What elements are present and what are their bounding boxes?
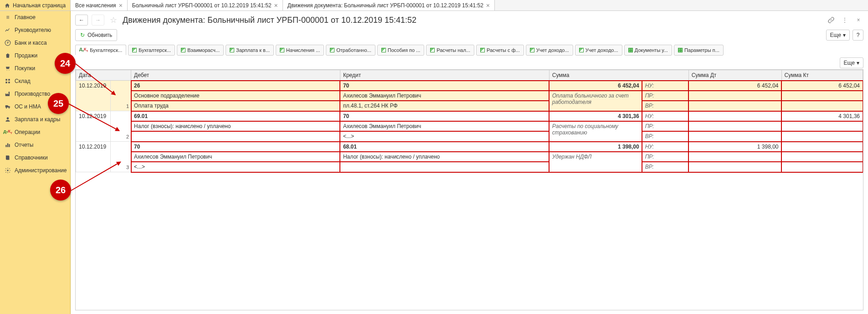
cell-credit-sub1: Ахилесов Эммануил Петрович [340, 91, 549, 101]
sidebar-item-label: Производство [15, 91, 50, 97]
cell-pr-label: ПР: [642, 121, 688, 131]
svg-rect-2 [5, 79, 7, 81]
sidebar-item-salary[interactable]: Зарплата и кадры [0, 113, 70, 126]
svg-rect-10 [7, 144, 8, 147]
sidebar-item-references[interactable]: Справочники [0, 151, 70, 164]
subtab-label: Расчеты с ф... [487, 47, 520, 53]
subtab-income2[interactable]: Учет доходо... [575, 45, 622, 56]
sidebar-item-label: ОС и НМА [15, 103, 41, 110]
svg-rect-11 [9, 144, 10, 147]
back-button[interactable]: ← [75, 15, 88, 26]
subtab-worked[interactable]: Отработанно... [326, 45, 375, 56]
refresh-button[interactable]: ↻ Обновить [75, 29, 117, 41]
favorite-button[interactable]: ☆ [108, 15, 119, 26]
subtab-label: Взаиморасч... [187, 47, 220, 53]
tab-sicklist[interactable]: Больничный лист УРБП-000001 от 10.12.201… [128, 0, 283, 10]
table-row[interactable]: Ахилесов Эммануил Петрович Налог (взносы… [76, 152, 863, 162]
tab-movements[interactable]: Движения документа: Больничный лист УРБП… [283, 0, 495, 10]
top-tabs: Начальная страница Все начисления × Боль… [0, 0, 868, 11]
sidebar-item-manager[interactable]: Руководителю [0, 24, 70, 36]
help-label: ? [857, 32, 860, 38]
forward-button[interactable]: → [92, 15, 104, 26]
subtab-params[interactable]: Параметры п... [674, 45, 724, 56]
th-debit[interactable]: Дебет [131, 70, 340, 81]
cell-sum-desc: Удержан НДФЛ [549, 152, 642, 172]
annotation-marker-25: 25 [48, 93, 69, 114]
table-row[interactable]: <...> ВР: [76, 131, 863, 142]
register-icon [132, 48, 137, 52]
sidebar-item-label: Операции [15, 129, 40, 135]
subtab-benefits[interactable]: Пособия по ... [377, 45, 425, 56]
subtab-docs[interactable]: Документы у... [624, 45, 672, 56]
table-row[interactable]: Основное подразделение Ахилесов Эммануил… [76, 91, 863, 101]
close-icon[interactable]: × [486, 2, 490, 9]
subtab-fund-calc[interactable]: Расчеты с ф... [476, 45, 524, 56]
subtab-settlements[interactable]: Взаиморасч... [177, 45, 224, 56]
svg-rect-9 [5, 145, 6, 147]
svg-point-8 [7, 117, 9, 119]
cart-icon [5, 65, 11, 72]
chevron-down-icon: ▾ [843, 32, 846, 38]
factory-icon [5, 91, 11, 97]
cell-debit-sub1: Основное подразделение [131, 91, 340, 101]
cell-credit-sub2: <...> [340, 131, 549, 142]
register-icon [430, 48, 435, 52]
home-tab[interactable]: Начальная страница [0, 0, 71, 10]
table-row[interactable]: 10.12.2019 2 69.01 70 4 301,36 НУ: 4 301… [76, 111, 863, 122]
sidebar-item-label: Банк и касса [15, 40, 47, 46]
cell-debit-sub2: <...> [131, 162, 340, 172]
cell-sumdt: 6 452,04 [688, 81, 781, 91]
cell-credit-acc: 70 [340, 111, 549, 122]
toolbar: ↻ Обновить Еще ▾ ? [75, 29, 863, 41]
table-row[interactable]: Оплата труда пл.48.1, ст.264 НК РФ ВР: [76, 101, 863, 111]
table-row[interactable]: 10.12.2019 3 70 68.01 1 398,00 НУ: 1 398… [76, 142, 863, 152]
th-credit[interactable]: Кредит [340, 70, 549, 81]
tab-all[interactable]: Все начисления × [71, 0, 128, 10]
link-icon[interactable] [826, 15, 836, 25]
table-row[interactable]: 10.12.2019 1 26 70 6 452,04 НУ: 6 452,04… [76, 81, 863, 91]
close-icon[interactable]: × [853, 15, 863, 25]
sidebar-item-warehouse[interactable]: Склад [0, 75, 70, 88]
cell-pr-label: ПР: [642, 152, 688, 162]
truck-icon [5, 103, 11, 110]
subtab-salary-pay[interactable]: Зарплата к в... [226, 45, 274, 56]
annotation-marker-24: 24 [55, 53, 76, 74]
dtkt-icon: ДтКт [79, 48, 88, 52]
subtabs: ДтКт Бухгалтерск... Бухгалтерск... Взаим… [75, 45, 863, 56]
close-icon[interactable]: × [274, 2, 278, 9]
content: ← → ☆ Движения документа: Больничный лис… [71, 11, 868, 314]
sidebar-item-main[interactable]: ≡ Главное [0, 11, 70, 24]
subtab-income1[interactable]: Учет доходо... [526, 45, 573, 56]
gear-icon [5, 167, 11, 174]
menu-icon: ≡ [5, 14, 11, 21]
th-sumkt[interactable]: Сумма Кт [781, 70, 863, 81]
subtab-tax-calc[interactable]: Расчеты нал... [426, 45, 474, 56]
table-row[interactable]: Налог (взносы): начислено / уплачено Ахи… [76, 121, 863, 131]
subtab-accruals[interactable]: Начисления ... [276, 45, 324, 56]
cell-sum-desc: Расчеты по социальному страхованию [549, 121, 642, 142]
sidebar-item-reports[interactable]: Отчеты [0, 139, 70, 151]
sidebar-item-operations[interactable]: ДтКт Операции [0, 126, 70, 139]
person-icon [5, 116, 11, 123]
th-date[interactable]: Дата [76, 70, 131, 81]
cell-sumkt2 [781, 91, 863, 101]
table-row[interactable]: <...> ВР: [76, 162, 863, 172]
more-button-2[interactable]: Еще ▾ [840, 57, 863, 68]
close-icon[interactable]: × [119, 2, 123, 9]
svg-point-6 [6, 108, 7, 108]
subtab-accounting2[interactable]: Бухгалтерск... [128, 45, 175, 56]
sidebar-item-bank[interactable]: ₽ Банк и касса [0, 36, 70, 49]
cell-credit-acc: 68.01 [340, 142, 549, 152]
subtab-accounting[interactable]: ДтКт Бухгалтерск... [75, 45, 126, 56]
th-sum[interactable]: Сумма [549, 70, 688, 81]
th-sumdt[interactable]: Сумма Дт [688, 70, 781, 81]
more-vertical-icon[interactable]: ⋮ [840, 15, 850, 25]
subtab-label: Документы у... [635, 47, 668, 53]
help-button[interactable]: ? [853, 30, 863, 41]
sidebar-item-admin[interactable]: Администрирование [0, 164, 70, 177]
sidebar-item-label: Руководителю [15, 27, 51, 33]
more-button[interactable]: Еще ▾ [826, 30, 850, 41]
cell-sum-desc: Оплата больничного за счет работодателя [549, 91, 642, 111]
more-label: Еще [830, 32, 841, 38]
sidebar-item-label: Зарплата и кадры [15, 116, 60, 123]
